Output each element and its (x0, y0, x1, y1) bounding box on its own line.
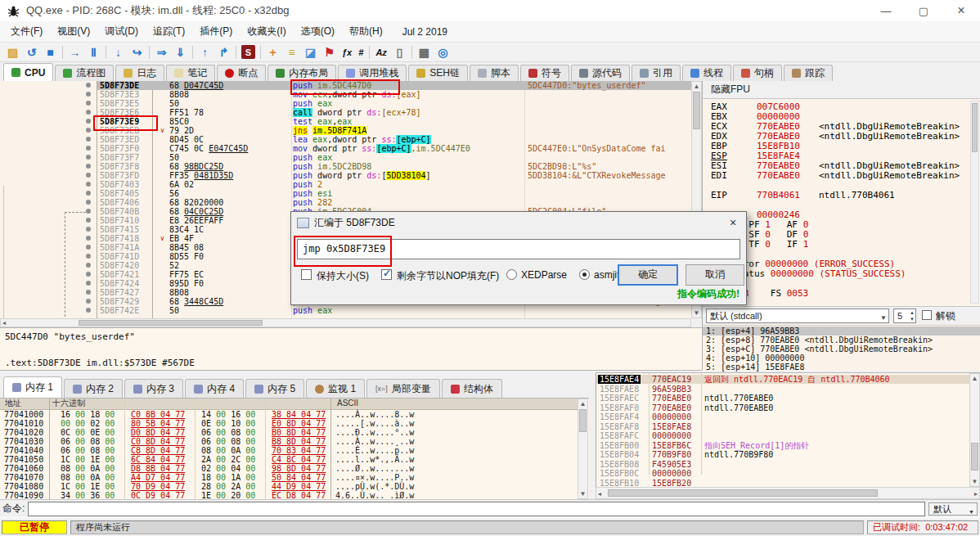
tab-breakpoints[interactable]: 断点 (217, 65, 266, 81)
tab-memory-3[interactable]: 内存 3 (124, 379, 183, 398)
menu-item[interactable]: 追踪(T) (146, 25, 192, 38)
stack-row[interactable]: 15E8FAE4770EAC19返回到 ntdll.770EAC19 自 ntd… (596, 375, 980, 385)
stack-row[interactable]: 15E8FAF0770EABE0ntdll.770EABE0 (596, 403, 980, 413)
menu-item[interactable]: 视图(V) (50, 25, 97, 38)
tab-threads[interactable]: 线程 (682, 65, 731, 81)
breakpoint-dot[interactable] (86, 308, 91, 313)
menu-item[interactable]: 收藏夹(I) (240, 25, 293, 38)
run-to-user-code-icon[interactable]: ↱ (214, 44, 233, 61)
register-line[interactable]: LastError 00000000 (ERROR_SUCCESS) (711, 259, 974, 269)
scroll-thumb[interactable] (608, 489, 878, 497)
register-line[interactable] (711, 250, 974, 259)
cancel-button[interactable]: 取消 (686, 264, 744, 286)
spinner-arrows-icon[interactable]: ▲▼ (910, 309, 915, 322)
stack-row[interactable]: 15E8FAF815E8FAE8 (596, 422, 980, 432)
scroll-down-icon[interactable]: ▼ (578, 490, 587, 498)
breakpoint-dot[interactable] (86, 110, 91, 115)
tab-trace[interactable]: 跟踪 (784, 65, 833, 81)
step-over-icon[interactable]: ↪ (128, 44, 146, 61)
breakpoint-dot[interactable] (86, 218, 91, 223)
register-line[interactable]: LastStatus 00000000 (STATUS_SUCCESS) (711, 269, 974, 279)
command-profile-select[interactable]: 默认▼ (928, 502, 978, 516)
disasm-row[interactable]: 5D8F73ED8D45 0Clea eax,dword ptr ss:[ebp… (0, 135, 691, 144)
patch-icon[interactable]: + (263, 44, 282, 61)
tab-memory-5[interactable]: 内存 5 (245, 379, 304, 398)
breakpoint-dot[interactable] (86, 272, 91, 277)
disasm-row[interactable]: 5D8F74036A 02push 2 (0, 180, 691, 189)
dialog-title-bar[interactable]: 汇编于 5D8F73DE (291, 212, 746, 233)
memory-row[interactable]: 7704106008 00 0A 00D8 8B 04 7702 00 04 0… (0, 464, 578, 473)
argument-row[interactable]: 3: [esp+C] 770EABE0 <ntdll.DbgUiRemoteBr… (703, 345, 980, 354)
arg-depth-spinner[interactable]: 5▲▼ (893, 309, 916, 323)
tab-handles[interactable]: 句柄 (733, 65, 782, 81)
breakpoint-dot[interactable] (86, 191, 91, 196)
breakpoint-dot[interactable] (86, 173, 91, 178)
disasm-row[interactable]: 5D8F73E550push eax (0, 99, 691, 108)
disasm-row[interactable]: 5D8F73F0C745 0C E047C45Dmov dword ptr ss… (0, 144, 691, 153)
breakpoint-dot[interactable] (86, 137, 91, 142)
stack-pane[interactable]: ▲ ▼ 15E8FAE4770EAC19返回到 ntdll.770EAC19 自… (596, 372, 980, 487)
register-line[interactable]: EBP15E8FB10 (711, 142, 974, 151)
tab-seh[interactable]: SEH链 (408, 65, 468, 81)
scroll-left-icon[interactable]: ◂ (598, 490, 601, 498)
breakpoint-dot[interactable] (86, 236, 91, 241)
disasm-row[interactable]: 5D8F740668 82020000push 282 (0, 198, 691, 207)
disasm-row[interactable]: 5D8F73FDFF35 0481D35Dpush dword ptr ds:[… (0, 171, 691, 180)
breakpoint-dot[interactable] (86, 263, 91, 268)
stack-row[interactable]: 15E8FAEC770EABE0ntdll.770EABE0 (596, 394, 980, 403)
unlock-checkbox[interactable] (922, 310, 932, 320)
bookmark-icon[interactable]: ⚑ (320, 44, 339, 61)
register-line[interactable]: ESI770EABE0<ntdll.DbgUiRemoteBreakin> (711, 161, 974, 171)
register-line[interactable]: EDX770EABE0<ntdll.DbgUiRemoteBreakin> (711, 132, 974, 142)
xedparse-radio[interactable] (506, 269, 517, 280)
stop-icon[interactable]: ■ (41, 44, 60, 61)
run-to-cursor-icon[interactable]: ⇒ (152, 44, 171, 61)
open-file-icon[interactable]: ▨ (3, 44, 22, 61)
ok-button[interactable]: 确定 (618, 264, 678, 286)
register-line[interactable]: EDI770EABE0<ntdll.DbgUiRemoteBreakin> (711, 171, 974, 181)
breakpoint-dot[interactable] (86, 128, 91, 133)
stack-row[interactable]: 15E8FB04770B9F80ntdll.770B9F80 (596, 450, 980, 460)
registers-vscrollbar[interactable] (970, 101, 979, 304)
breakpoint-dot[interactable] (86, 254, 91, 259)
memory-row[interactable]: 7704107008 00 0A 00A4 D7 04 7718 00 1A 0… (0, 473, 578, 482)
register-line[interactable] (711, 200, 974, 210)
memory-row[interactable]: 7704104006 00 08 00C8 8D 04 7708 00 0A 0… (0, 446, 578, 455)
stack-row[interactable]: 15E8FB08F45905E3 (596, 460, 980, 470)
tab-memory-1[interactable]: 内存 1 (3, 376, 62, 398)
command-input[interactable] (28, 502, 925, 516)
breakpoint-dot[interactable] (86, 83, 91, 88)
stack-row[interactable]: 15E8FAE896A59BB3 (596, 385, 980, 394)
tab-locals[interactable]: [x=]局部变量 (366, 379, 440, 398)
scroll-thumb[interactable] (693, 92, 700, 129)
register-line[interactable]: EAX007C6000 (711, 102, 974, 112)
breakpoint-dot[interactable] (86, 146, 91, 151)
stack-row[interactable]: 15E8FB1015E8FB20 (596, 479, 980, 488)
memory-vscrollbar[interactable]: ▲ ▼ (578, 399, 588, 499)
breakpoint-dot[interactable] (86, 281, 91, 286)
memory-dump-pane[interactable]: 地址 十六进制 ASCII ▲ ▼ 7704100016 00 18 00C0 … (0, 398, 589, 499)
argument-row[interactable]: 2: [esp+8] 770EABE0 <ntdll.DbgUiRemoteBr… (703, 336, 980, 345)
menu-item[interactable]: 帮助(H) (342, 25, 390, 38)
tab-memory-4[interactable]: 内存 4 (185, 379, 244, 398)
register-line[interactable]: ZF 1 PF 1 AF 0 (711, 220, 974, 230)
memory-row[interactable]: 770410801C 00 1E 0070 D9 04 7728 00 2A 0… (0, 482, 578, 491)
minimize-button[interactable]: — (867, 0, 905, 21)
memory-row[interactable]: 7704109034 00 36 000C D9 04 771E 00 20 0… (0, 491, 578, 499)
breakpoint-dot[interactable] (86, 182, 91, 187)
stack-row[interactable]: 15E8FB0015E8FB6C指向SEH_Record[1]的指针 (596, 441, 980, 451)
nop-fill-checkbox[interactable] (381, 269, 392, 280)
register-line[interactable]: GS 002B FS 0053 (711, 289, 974, 299)
stack-hscrollbar[interactable]: ◂ ▸ (596, 487, 980, 499)
stack-row[interactable]: 15E8FAFC00000000 (596, 431, 980, 441)
breakpoint-dot[interactable] (86, 119, 91, 124)
tab-script[interactable]: 脚本 (470, 65, 519, 81)
memory-row[interactable]: 7704100016 00 18 00C0 8B 04 7714 00 16 0… (0, 410, 578, 419)
breakpoint-dot[interactable] (86, 164, 91, 169)
s-badge-icon[interactable]: S (241, 45, 255, 59)
disasm-row[interactable]: 5D8F742E50push eax (0, 306, 691, 315)
hide-fpu-button[interactable]: 隐藏FPU (703, 81, 980, 99)
tab-symbols[interactable]: 符号 (520, 65, 569, 81)
breakpoint-dot[interactable] (86, 101, 91, 106)
keep-size-checkbox[interactable] (301, 269, 312, 280)
